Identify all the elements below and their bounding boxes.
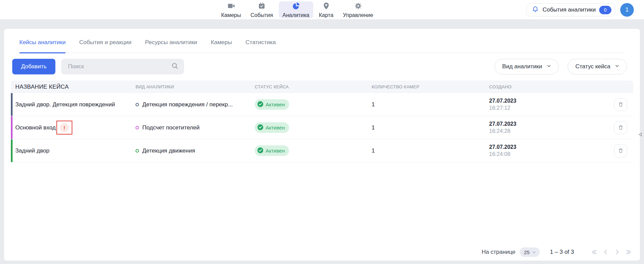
- first-page-button[interactable]: [590, 248, 598, 256]
- delete-button[interactable]: [614, 121, 627, 134]
- map-pin-icon: [322, 2, 330, 12]
- analytics-events-button[interactable]: События аналитики 0: [526, 3, 615, 16]
- top-bar: Камеры События Аналитика Карта Управлени…: [0, 0, 644, 20]
- pagination-bar: На странице 25 1 – 3 of 3: [482, 247, 632, 257]
- analytics-type-dot: [136, 103, 139, 106]
- warning-icon: !: [60, 123, 69, 132]
- content-card: Кейсы аналитики События и реакции Ресурс…: [4, 29, 640, 261]
- analytics-type-label: Подсчет посетителей: [142, 124, 199, 131]
- table-row[interactable]: Задний двор Детекция движения Активен 1 …: [11, 139, 633, 162]
- row-accent-bar: [11, 116, 13, 139]
- analytics-type-cell: Детекция движения: [136, 147, 255, 154]
- nav-item-cameras[interactable]: Камеры: [217, 1, 245, 18]
- per-page-label: На странице: [482, 249, 516, 256]
- case-name: Задний двор: [11, 147, 136, 154]
- tab-bar: Кейсы аналитики События и реакции Ресурс…: [19, 29, 625, 53]
- cases-table: НАЗВАНИЕ КЕЙСА ВИД АНАЛИТИКИ СТАТУС КЕЙС…: [11, 81, 633, 162]
- analytics-type-cell: Подсчет посетителей: [136, 124, 255, 131]
- column-header-analytics-type: ВИД АНАЛИТИКИ: [136, 84, 255, 89]
- column-header-case-status: СТАТУС КЕЙСА: [255, 84, 372, 89]
- main-nav: Камеры События Аналитика Карта Управлени…: [217, 0, 377, 20]
- nav-label: Аналитика: [283, 12, 309, 18]
- last-page-button[interactable]: [625, 248, 632, 256]
- row-accent-bar: [11, 139, 13, 162]
- column-header-camera-count: КОЛИЧЕСТВО КАМЕР: [372, 84, 489, 89]
- created-date: 27.07.2023: [489, 98, 601, 104]
- case-name: Основной вход: [15, 124, 56, 131]
- nav-item-map[interactable]: Карта: [315, 1, 337, 18]
- table-row[interactable]: Основной вход ! Подсчет посетителей Акти…: [11, 116, 633, 139]
- nav-label: События: [251, 12, 273, 18]
- status-badge: Активен: [255, 145, 289, 156]
- status-badge: Активен: [255, 122, 289, 133]
- events-snapshot-icon: [257, 2, 266, 12]
- tab-statistics[interactable]: Статистика: [246, 39, 276, 53]
- camera-count: 1: [372, 124, 489, 131]
- chevron-down-icon: [546, 63, 552, 70]
- per-page-select[interactable]: 25: [520, 247, 540, 257]
- tab-events-and-reactions[interactable]: События и реакции: [79, 39, 131, 53]
- mouse-cursor: [638, 132, 643, 139]
- created-date: 27.07.2023: [489, 144, 601, 150]
- toolbar: Добавить Вид аналитики Статус кейса: [12, 59, 627, 74]
- created-time: 16:27:12: [489, 105, 601, 111]
- bell-icon: [532, 5, 539, 15]
- status-label: Активен: [266, 148, 285, 154]
- row-accent-bar: [11, 93, 13, 116]
- column-header-created: СОЗДАНО: [489, 84, 601, 89]
- add-button[interactable]: Добавить: [12, 59, 55, 74]
- filter-label: Статус кейса: [575, 63, 610, 70]
- nav-label: Карта: [319, 12, 334, 18]
- nav-label: Камеры: [221, 12, 241, 18]
- search-icon[interactable]: [171, 62, 179, 71]
- events-count-badge: 0: [599, 6, 611, 14]
- analytics-type-dot: [136, 149, 139, 153]
- created-time: 16:24:28: [489, 128, 601, 134]
- status-label: Активен: [266, 102, 285, 107]
- page-range-text: 1 – 3 of 3: [550, 249, 574, 256]
- created-date: 27.07.2023: [489, 121, 601, 127]
- per-page-value: 25: [524, 249, 530, 255]
- table-row[interactable]: Задний двор. Детекция повреждений Детекц…: [11, 93, 633, 116]
- filter-analytics-type[interactable]: Вид аналитики: [495, 59, 559, 74]
- nav-item-management[interactable]: Управление: [339, 1, 377, 18]
- table-header-row: НАЗВАНИЕ КЕЙСА ВИД АНАЛИТИКИ СТАТУС КЕЙС…: [11, 81, 633, 93]
- analytics-type-label: Детекция повреждения / перекр...: [142, 101, 233, 108]
- nav-label: Управление: [343, 12, 373, 18]
- pie-chart-icon: [292, 2, 300, 12]
- nav-item-analytics[interactable]: Аналитика: [279, 1, 313, 18]
- chevron-down-icon: [614, 63, 620, 70]
- next-page-button[interactable]: [613, 248, 621, 256]
- avatar[interactable]: 1: [620, 3, 634, 17]
- analytics-type-label: Детекция движения: [142, 147, 195, 154]
- filter-case-status[interactable]: Статус кейса: [568, 59, 627, 74]
- search-box: [61, 59, 184, 74]
- video-camera-icon: [227, 2, 235, 12]
- check-circle-icon: [257, 147, 263, 154]
- created-cell: 27.07.2023 16:24:28: [489, 121, 601, 134]
- created-time: 16:24:08: [489, 151, 601, 157]
- status-badge: Активен: [255, 99, 289, 110]
- camera-count: 1: [372, 147, 489, 154]
- created-cell: 27.07.2023 16:27:12: [489, 98, 601, 111]
- gear-icon: [354, 2, 362, 12]
- filter-label: Вид аналитики: [502, 63, 542, 70]
- analytics-type-dot: [136, 126, 139, 129]
- tab-cameras[interactable]: Камеры: [211, 39, 232, 53]
- prev-page-button[interactable]: [602, 248, 609, 256]
- delete-button[interactable]: [614, 98, 627, 111]
- check-circle-icon: [257, 101, 263, 108]
- column-header-case-name: НАЗВАНИЕ КЕЙСА: [11, 84, 136, 90]
- nav-item-events[interactable]: События: [247, 1, 277, 18]
- pagination-buttons: [590, 248, 632, 256]
- search-input[interactable]: [68, 63, 171, 70]
- tab-analytics-resources[interactable]: Ресурсы аналитики: [145, 39, 197, 53]
- status-label: Активен: [266, 125, 285, 130]
- delete-button[interactable]: [614, 144, 627, 157]
- case-name: Задний двор. Детекция повреждений: [11, 101, 136, 108]
- check-circle-icon: [257, 124, 263, 131]
- created-cell: 27.07.2023 16:24:08: [489, 144, 601, 157]
- warning-annotation-box: !: [56, 121, 72, 135]
- analytics-type-cell: Детекция повреждения / перекр...: [136, 101, 255, 108]
- tab-analytics-cases[interactable]: Кейсы аналитики: [19, 39, 66, 53]
